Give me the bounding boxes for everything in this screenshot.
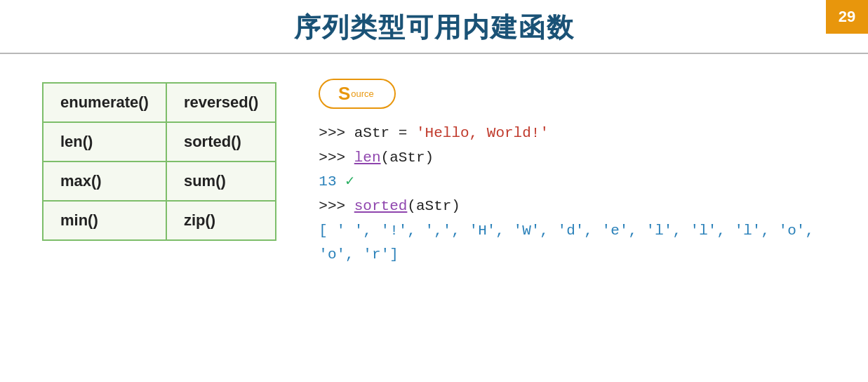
table-row: enumerate() reversed(): [43, 83, 276, 122]
prompt-1: >>>: [319, 125, 354, 141]
code-line-3: 13 ✓: [319, 170, 826, 195]
len-func: len: [354, 150, 381, 166]
table-cell: len(): [43, 122, 166, 162]
source-code-area: S ource >>> aStr = 'Hello, World!' >>> l…: [319, 79, 826, 268]
sorted-func: sorted: [354, 198, 408, 214]
slide: 29 序列类型可用内建函数 enumerate() reversed() len…: [0, 0, 868, 382]
prompt-4: >>>: [319, 198, 354, 214]
title-bar: 序列类型可用内建函数: [0, 0, 868, 54]
table-cell: sum(): [166, 162, 276, 201]
code-line-1: >>> aStr = 'Hello, World!': [319, 121, 826, 146]
args-2: (aStr): [381, 150, 434, 166]
table-row: len() sorted(): [43, 122, 276, 162]
result-list: [ ' ', '!', ',', 'H', 'W', 'd', 'e', 'l'…: [319, 223, 814, 263]
source-bubble: S ource: [319, 79, 396, 109]
page-number-badge: 29: [826, 0, 868, 34]
prompt-2: >>>: [319, 150, 354, 166]
table-row: max() sum(): [43, 162, 276, 201]
table-cell: sorted(): [166, 122, 276, 162]
content-area: enumerate() reversed() len() sorted() ma…: [0, 54, 868, 282]
var-1: aStr: [354, 125, 389, 141]
function-table: enumerate() reversed() len() sorted() ma…: [42, 82, 276, 241]
source-ource: ource: [351, 88, 374, 99]
table-cell: max(): [43, 162, 166, 201]
result-3: 13: [319, 173, 345, 190]
str-val-1: 'Hello, World!': [416, 125, 549, 141]
page-title: 序列类型可用内建函数: [294, 13, 575, 42]
code-block: >>> aStr = 'Hello, World!' >>> len(aStr)…: [319, 121, 826, 268]
page-number-text: 29: [839, 8, 855, 26]
source-s: S: [338, 83, 350, 105]
checkmark: ✓: [345, 173, 354, 190]
code-line-4: >>> sorted(aStr): [319, 195, 826, 219]
code-line-5: [ ' ', '!', ',', 'H', 'W', 'd', 'e', 'l'…: [319, 219, 826, 268]
table-row: min() zip(): [43, 201, 276, 240]
table-cell: reversed(): [166, 83, 276, 122]
table-cell: enumerate(): [43, 83, 166, 122]
code-line-2: >>> len(aStr): [319, 146, 826, 171]
args-4: (aStr): [407, 198, 460, 214]
table-cell: zip(): [166, 201, 276, 240]
eq-1: =: [389, 125, 416, 141]
table-cell: min(): [43, 201, 166, 240]
